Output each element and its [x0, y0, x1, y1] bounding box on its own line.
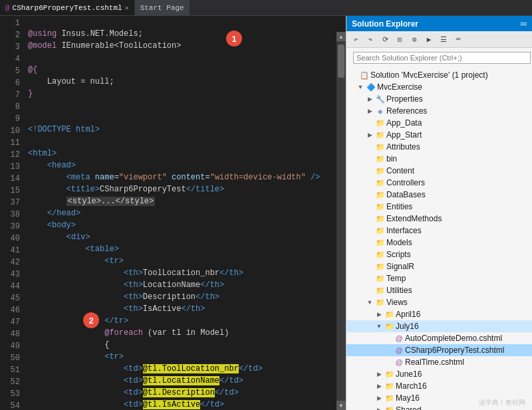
- march16-label: March16: [396, 381, 427, 391]
- tree-project[interactable]: ▼ 🔷 MvcExercise: [346, 81, 532, 93]
- march16-arrow: ▶: [374, 383, 384, 389]
- toolbar-collapse-btn[interactable]: ⊡: [393, 33, 406, 46]
- scrollbar-thumb[interactable]: [338, 45, 344, 78]
- tree-controllers[interactable]: 📁 Controllers: [346, 177, 532, 189]
- april16-label: April16: [396, 310, 420, 319]
- tree-views[interactable]: ▼ 📁 Views: [346, 296, 532, 308]
- attributes-icon: 📁: [374, 142, 386, 152]
- tree-june16[interactable]: ▶ 📁 June16: [346, 368, 532, 380]
- solution-icon: 📋: [358, 70, 370, 80]
- shared-arrow: ▶: [374, 407, 384, 410]
- tree-april16[interactable]: ▶ 📁 April16: [346, 308, 532, 320]
- tree-july16[interactable]: ➜ ▼ 📁 July16: [346, 320, 532, 332]
- toolbar-settings-btn[interactable]: ⚙: [408, 33, 421, 46]
- signalr-icon: 📁: [374, 261, 386, 272]
- solution-search-input[interactable]: [353, 52, 531, 64]
- tree-autocomplete-demo[interactable]: @ AutoCompleteDemo.cshtml: [346, 332, 532, 344]
- july16-icon: 📁: [384, 321, 396, 332]
- tab-cshtml[interactable]: @ CSharp6ProperyTest.cshtml ✕: [0, 0, 135, 15]
- references-label: References: [386, 106, 427, 116]
- toolbar-back-btn[interactable]: ↶: [349, 33, 362, 46]
- tree-realtime[interactable]: @ RealTime.cshtml: [346, 356, 532, 368]
- tree-entities[interactable]: 📁 Entities: [346, 201, 532, 213]
- tree-extendmethods[interactable]: 📁 ExtendMethods: [346, 213, 532, 225]
- watermark: 迹学典丨教程网: [479, 398, 525, 407]
- tab-label: CSharp6ProperyTest.cshtml: [13, 4, 122, 12]
- content-label: Content: [386, 166, 414, 175]
- toolbar-refresh-btn[interactable]: ⟳: [378, 33, 392, 46]
- tree-scripts[interactable]: 📁 Scripts: [346, 249, 532, 260]
- tree-solution-root[interactable]: 📋 Solution 'MvcExercise' (1 project): [346, 69, 532, 81]
- tab-file-icon: @: [5, 4, 10, 12]
- april16-arrow: ▶: [374, 311, 384, 318]
- annotation-1: 1: [226, 31, 242, 47]
- editor-scrollbar[interactable]: ▲ ▼: [336, 32, 346, 410]
- toolbar-fwd-btn[interactable]: ↷: [364, 33, 377, 46]
- controllers-label: Controllers: [386, 178, 425, 187]
- march16-icon: 📁: [384, 381, 396, 391]
- solution-pin-icon[interactable]: ═: [521, 19, 527, 29]
- app-start-icon: 📁: [374, 130, 386, 140]
- tree-models[interactable]: 📁 Models: [346, 237, 532, 249]
- utilities-label: Utilities: [386, 286, 412, 295]
- scrollbar-down-button[interactable]: ▼: [336, 401, 346, 410]
- tree-csharp6test[interactable]: @ CSharp6ProperyTest.cshtml: [346, 344, 532, 356]
- april16-icon: 📁: [384, 309, 396, 320]
- autocomplete-icon: @: [393, 333, 405, 344]
- scrollbar-track[interactable]: [336, 41, 346, 401]
- tree-properties[interactable]: ▶ 🔧 Properties: [346, 93, 532, 105]
- project-arrow: ▼: [356, 84, 365, 90]
- tree-databases[interactable]: 📁 DataBases: [346, 189, 532, 201]
- interfaces-label: Interfaces: [386, 226, 422, 235]
- autocomplete-label: AutoCompleteDemo.cshtml: [405, 334, 502, 343]
- references-arrow: ▶: [365, 108, 374, 114]
- tree-interfaces[interactable]: 📁 Interfaces: [346, 225, 532, 237]
- tree-app-data[interactable]: 📁 App_Data: [346, 117, 532, 129]
- solution-explorer-header: Solution Explorer ═: [346, 16, 532, 31]
- shared-icon: 📁: [384, 405, 396, 410]
- solution-tree[interactable]: 📋 Solution 'MvcExercise' (1 project) ▼ 🔷…: [346, 68, 532, 410]
- tree-signalr[interactable]: 📁 SignalR: [346, 260, 532, 272]
- entities-icon: 📁: [374, 201, 386, 212]
- attributes-label: Attributes: [386, 142, 420, 152]
- app-start-label: App_Start: [386, 130, 422, 140]
- properties-arrow: ▶: [365, 96, 374, 102]
- tree-attributes[interactable]: 📁 Attributes: [346, 141, 532, 153]
- solution-toolbar: ↶ ↷ ⟳ ⊡ ⚙ ▶ ☰ ═: [346, 31, 532, 48]
- toolbar-pin-btn[interactable]: ═: [452, 33, 465, 46]
- shared-label: Shared: [396, 405, 422, 410]
- scripts-label: Scripts: [386, 250, 411, 259]
- properties-icon: 🔧: [374, 94, 386, 104]
- views-icon: 📁: [374, 297, 386, 308]
- tree-march16[interactable]: ▶ 📁 March16: [346, 380, 532, 392]
- utilities-icon: 📁: [374, 285, 386, 296]
- may16-icon: 📁: [384, 393, 396, 403]
- tab-bar: @ CSharp6ProperyTest.cshtml ✕ Start Page: [0, 0, 532, 16]
- solution-label: Solution 'MvcExercise' (1 project): [370, 70, 488, 80]
- tree-content[interactable]: 📁 Content: [346, 165, 532, 177]
- app-start-arrow: ▶: [365, 132, 374, 138]
- tree-references[interactable]: ▶ ◈ References: [346, 105, 532, 117]
- may16-label: May16: [396, 393, 420, 403]
- databases-icon: 📁: [374, 189, 386, 200]
- june16-arrow: ▶: [374, 371, 384, 377]
- properties-label: Properties: [386, 94, 423, 104]
- search-container: [346, 48, 532, 68]
- tab-close-button[interactable]: ✕: [125, 4, 129, 12]
- solution-explorer-pane: Solution Explorer ═ ↶ ↷ ⟳ ⊡ ⚙ ▶ ☰ ═ 📋 So…: [346, 16, 532, 410]
- temp-icon: 📁: [374, 273, 386, 284]
- tree-utilities[interactable]: 📁 Utilities: [346, 284, 532, 296]
- references-icon: ◈: [374, 106, 386, 116]
- tree-temp[interactable]: 📁 Temp: [346, 272, 532, 284]
- tree-bin[interactable]: 📁 bin: [346, 153, 532, 165]
- views-arrow: ▼: [365, 299, 374, 306]
- code-content[interactable]: @using Insus.NET.Models; @model IEnumera…: [24, 16, 346, 410]
- csharp6test-icon: @: [393, 345, 405, 356]
- toolbar-menu-btn[interactable]: ☰: [437, 33, 450, 46]
- line-numbers: 12345678 910111213141537 383940414243444…: [0, 16, 24, 410]
- code-editor[interactable]: 12345678 910111213141537 383940414243444…: [0, 16, 346, 410]
- tab-start-page[interactable]: Start Page: [135, 0, 190, 15]
- toolbar-run-btn[interactable]: ▶: [422, 33, 436, 46]
- tree-app-start[interactable]: ▶ 📁 App_Start: [346, 129, 532, 141]
- scrollbar-up-button[interactable]: ▲: [336, 32, 346, 41]
